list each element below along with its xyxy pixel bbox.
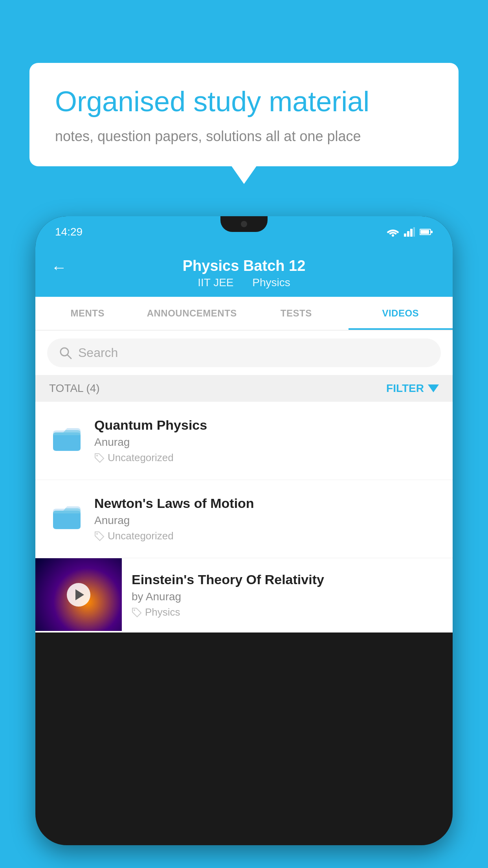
battery-icon bbox=[420, 228, 433, 235]
item-author: Anurag bbox=[94, 514, 439, 527]
folder-icon bbox=[49, 498, 84, 533]
svg-point-0 bbox=[392, 234, 394, 237]
list-item[interactable]: Quantum Physics Anurag Uncategorized bbox=[35, 402, 453, 480]
tab-ments[interactable]: MENTS bbox=[35, 297, 140, 330]
list-item-video[interactable]: Einstein's Theory Of Relativity by Anura… bbox=[35, 558, 453, 633]
filter-icon bbox=[428, 384, 439, 392]
speech-bubble-section: Organised study material notes, question… bbox=[29, 63, 459, 166]
search-bar[interactable]: Search bbox=[47, 338, 441, 367]
item-title: Newton's Laws of Motion bbox=[94, 496, 439, 511]
item-tag: Uncategorized bbox=[94, 452, 439, 464]
item-info: Quantum Physics Anurag Uncategorized bbox=[94, 417, 439, 464]
item-tag: Physics bbox=[132, 606, 443, 618]
camera bbox=[241, 221, 247, 227]
speech-bubble-card: Organised study material notes, question… bbox=[29, 63, 459, 166]
svg-rect-7 bbox=[431, 231, 433, 233]
item-tag: Uncategorized bbox=[94, 530, 439, 542]
header-subtitle-iit: IIT JEE bbox=[198, 276, 233, 289]
app-header: ← Physics Batch 12 IIT JEE Physics bbox=[35, 248, 453, 297]
svg-line-9 bbox=[67, 355, 71, 359]
svg-point-12 bbox=[134, 609, 135, 611]
tag-text: Physics bbox=[145, 606, 180, 618]
item-info: Einstein's Theory Of Relativity by Anura… bbox=[122, 558, 453, 632]
search-icon bbox=[59, 346, 72, 360]
signal-icon bbox=[404, 227, 415, 237]
phone-mockup: 14:29 bbox=[35, 216, 453, 868]
filter-button[interactable]: FILTER bbox=[386, 382, 439, 395]
folder-icon bbox=[49, 419, 84, 455]
header-subtitle-physics: Physics bbox=[252, 276, 290, 289]
header-subtitle: IIT JEE Physics bbox=[194, 276, 294, 289]
tag-text: Uncategorized bbox=[108, 530, 174, 542]
content-list: Quantum Physics Anurag Uncategorized bbox=[35, 402, 453, 633]
svg-rect-2 bbox=[407, 231, 409, 237]
item-title: Einstein's Theory Of Relativity bbox=[132, 572, 443, 587]
wifi-icon bbox=[387, 227, 399, 237]
phone-body: 14:29 bbox=[35, 216, 453, 845]
svg-rect-6 bbox=[420, 230, 429, 234]
item-info: Newton's Laws of Motion Anurag Uncategor… bbox=[94, 496, 439, 542]
tag-icon bbox=[94, 453, 105, 463]
video-thumbnail bbox=[35, 558, 122, 631]
search-container: Search bbox=[35, 331, 453, 375]
filter-bar: TOTAL (4) FILTER bbox=[35, 375, 453, 402]
total-count: TOTAL (4) bbox=[49, 382, 100, 395]
svg-rect-1 bbox=[404, 234, 406, 237]
tag-icon bbox=[132, 607, 142, 618]
item-title: Quantum Physics bbox=[94, 417, 439, 433]
tab-videos[interactable]: VIDEOS bbox=[349, 297, 453, 330]
item-author: Anurag bbox=[94, 436, 439, 449]
tab-announcements[interactable]: ANNOUNCEMENTS bbox=[140, 297, 244, 330]
status-time: 14:29 bbox=[55, 226, 83, 238]
status-icons bbox=[387, 227, 433, 237]
svg-rect-3 bbox=[410, 229, 413, 237]
list-item[interactable]: Newton's Laws of Motion Anurag Uncategor… bbox=[35, 480, 453, 558]
header-title: Physics Batch 12 bbox=[183, 257, 306, 274]
item-author: by Anurag bbox=[132, 590, 443, 603]
tag-icon bbox=[94, 531, 105, 541]
search-placeholder: Search bbox=[78, 346, 118, 360]
svg-rect-4 bbox=[413, 227, 415, 237]
play-button[interactable] bbox=[67, 583, 90, 607]
back-button[interactable]: ← bbox=[51, 259, 67, 276]
tag-text: Uncategorized bbox=[108, 452, 174, 464]
svg-point-10 bbox=[96, 455, 98, 456]
play-icon bbox=[75, 589, 84, 600]
filter-label: FILTER bbox=[386, 382, 424, 395]
status-bar: 14:29 bbox=[35, 216, 453, 248]
speech-bubble-title: Organised study material bbox=[55, 85, 433, 118]
svg-point-11 bbox=[96, 533, 98, 535]
tab-tests[interactable]: TESTS bbox=[244, 297, 349, 330]
speech-bubble-subtitle: notes, question papers, solutions all at… bbox=[55, 128, 433, 145]
notch bbox=[220, 216, 268, 232]
tabs-container: MENTS ANNOUNCEMENTS TESTS VIDEOS bbox=[35, 297, 453, 331]
